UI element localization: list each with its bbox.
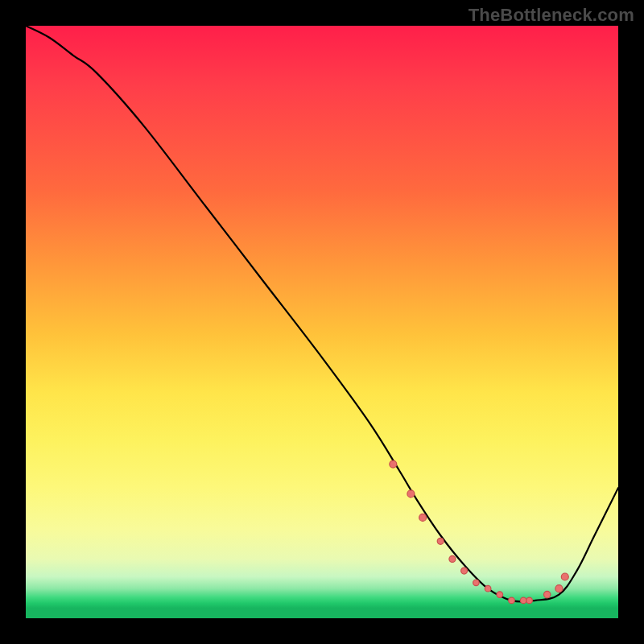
marker-dot <box>473 580 480 586</box>
marker-dots <box>390 460 569 604</box>
marker-dot <box>509 597 515 604</box>
marker-dot <box>497 592 503 598</box>
marker-dot <box>390 460 397 468</box>
marker-dot <box>419 514 427 521</box>
marker-dot <box>520 597 526 604</box>
watermark-text: TheBottleneck.com <box>469 5 634 26</box>
bottleneck-curve <box>26 26 618 601</box>
marker-dot <box>561 573 568 580</box>
marker-dot <box>407 490 415 497</box>
marker-dot <box>485 585 491 592</box>
marker-dot <box>449 555 456 562</box>
marker-dot <box>461 568 468 574</box>
marker-dot <box>526 597 533 604</box>
marker-dot <box>437 538 444 544</box>
marker-dot <box>544 591 551 597</box>
chart-frame: TheBottleneck.com <box>0 0 644 644</box>
plot-area <box>26 26 618 618</box>
marker-dot <box>555 585 563 592</box>
chart-svg <box>26 26 618 618</box>
